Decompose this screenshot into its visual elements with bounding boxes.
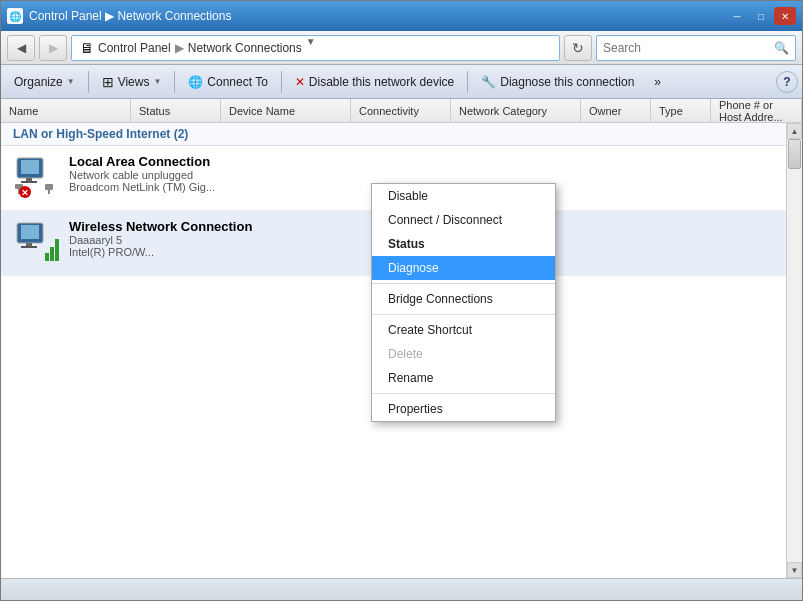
ctx-sep-3 [372, 393, 555, 394]
toolbar-sep-2 [174, 71, 175, 93]
context-menu: Disable Connect / Disconnect Status Diag… [371, 183, 556, 422]
diagnose-label: Diagnose this connection [500, 75, 634, 89]
wireless-connection-icon [13, 219, 61, 267]
scrollbar-up-button[interactable]: ▲ [787, 123, 802, 139]
svg-rect-16 [55, 239, 59, 261]
maximize-button[interactable]: □ [750, 7, 772, 25]
window-title: Control Panel ▶ Network Connections [29, 9, 231, 23]
svg-text:✕: ✕ [21, 188, 29, 198]
svg-rect-12 [26, 243, 32, 246]
views-button[interactable]: ⊞ Views ▼ [93, 68, 171, 96]
disable-button[interactable]: ✕ Disable this network device [286, 68, 463, 96]
svg-rect-11 [21, 225, 39, 239]
search-input[interactable] [603, 41, 774, 55]
col-header-status[interactable]: Status [131, 99, 221, 122]
search-box[interactable]: 🔍 [596, 35, 796, 61]
column-headers: Name Status Device Name Connectivity Net… [1, 99, 802, 123]
disable-label: Disable this network device [309, 75, 454, 89]
col-header-type[interactable]: Type [651, 99, 711, 122]
address-dropdown[interactable]: ▼ [306, 36, 326, 60]
scrollbar-thumb[interactable] [788, 139, 801, 169]
local-connection-icon: ✕ [13, 154, 61, 202]
ctx-status[interactable]: Status [372, 232, 555, 256]
address-field[interactable]: 🖥 Control Panel ▶ Network Connections ▼ [71, 35, 560, 61]
scrollbar: ▲ ▼ [786, 123, 802, 578]
col-header-network-category[interactable]: Network Category [451, 99, 581, 122]
ctx-sep-2 [372, 314, 555, 315]
diagnose-button[interactable]: 🔧 Diagnose this connection [472, 68, 643, 96]
wireless-connection-device: Intel(R) PRO/W... [69, 246, 249, 258]
address-bar: ◀ ▶ 🖥 Control Panel ▶ Network Connection… [1, 31, 802, 65]
address-icon: 🖥 [80, 40, 94, 56]
col-header-name[interactable]: Name [1, 99, 131, 122]
main-content: LAN or High-Speed Internet (2) ✕ [1, 123, 802, 578]
svg-rect-13 [21, 246, 37, 248]
close-button[interactable]: ✕ [774, 7, 796, 25]
svg-rect-15 [50, 247, 54, 261]
toolbar-sep-4 [467, 71, 468, 93]
local-connection-status: Network cable unplugged [69, 169, 790, 181]
path-part2: Network Connections [188, 41, 302, 55]
ctx-rename[interactable]: Rename [372, 366, 555, 390]
svg-rect-2 [26, 178, 32, 181]
organize-label: Organize [14, 75, 63, 89]
ctx-connect-disconnect[interactable]: Connect / Disconnect [372, 208, 555, 232]
svg-rect-3 [21, 181, 37, 183]
forward-button[interactable]: ▶ [39, 35, 67, 61]
help-button[interactable]: ? [776, 71, 798, 93]
scrollbar-down-button[interactable]: ▼ [787, 562, 802, 578]
ctx-diagnose[interactable]: Diagnose [372, 256, 555, 280]
title-bar-buttons: ─ □ ✕ [726, 7, 796, 25]
connect-to-button[interactable]: 🌐 Connect To [179, 68, 277, 96]
window-icon: 🌐 [7, 8, 23, 24]
refresh-button[interactable]: ↻ [564, 35, 592, 61]
ctx-create-shortcut[interactable]: Create Shortcut [372, 318, 555, 342]
col-header-owner[interactable]: Owner [581, 99, 651, 122]
back-button[interactable]: ◀ [7, 35, 35, 61]
group-header: LAN or High-Speed Internet (2) [1, 123, 802, 146]
ctx-properties[interactable]: Properties [372, 397, 555, 421]
more-label: » [654, 75, 661, 89]
svg-rect-1 [21, 160, 39, 174]
toolbar-sep-3 [281, 71, 282, 93]
status-bar [1, 578, 802, 600]
ctx-sep-1 [372, 283, 555, 284]
col-header-phone[interactable]: Phone # or Host Addre... [711, 99, 802, 122]
main-window: 🌐 Control Panel ▶ Network Connections ─ … [0, 0, 803, 601]
local-connection-device: Broadcom NetLink (TM) Gig... [69, 181, 249, 193]
views-arrow: ▼ [153, 77, 161, 86]
minimize-button[interactable]: ─ [726, 7, 748, 25]
title-bar: 🌐 Control Panel ▶ Network Connections ─ … [1, 1, 802, 31]
svg-rect-8 [45, 184, 53, 190]
toolbar-sep-1 [88, 71, 89, 93]
path-separator: ▶ [175, 41, 184, 55]
views-label: Views [118, 75, 150, 89]
title-bar-left: 🌐 Control Panel ▶ Network Connections [7, 8, 231, 24]
ctx-disable[interactable]: Disable [372, 184, 555, 208]
ctx-delete: Delete [372, 342, 555, 366]
connect-to-label: Connect To [207, 75, 268, 89]
path-part1: Control Panel [98, 41, 171, 55]
more-button[interactable]: » [645, 68, 670, 96]
organize-arrow: ▼ [67, 77, 75, 86]
col-header-device[interactable]: Device Name [221, 99, 351, 122]
col-header-connectivity[interactable]: Connectivity [351, 99, 451, 122]
svg-rect-14 [45, 253, 49, 261]
toolbar: Organize ▼ ⊞ Views ▼ 🌐 Connect To ✕ Disa… [1, 65, 802, 99]
ctx-bridge-connections[interactable]: Bridge Connections [372, 287, 555, 311]
search-button[interactable]: 🔍 [774, 41, 789, 55]
local-connection-name: Local Area Connection [69, 154, 790, 169]
svg-rect-9 [48, 190, 50, 194]
scrollbar-track [787, 139, 802, 562]
organize-button[interactable]: Organize ▼ [5, 68, 84, 96]
